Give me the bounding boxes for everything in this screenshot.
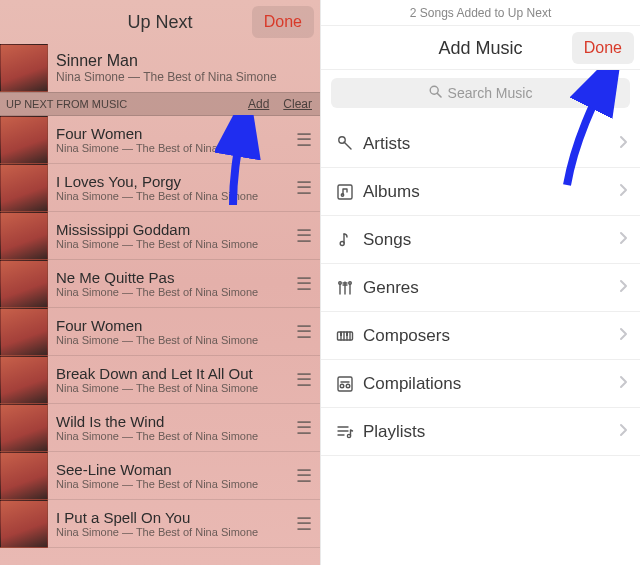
compilation-icon bbox=[335, 374, 363, 394]
category-label: Songs bbox=[363, 230, 619, 250]
search-icon bbox=[429, 85, 442, 101]
category-label: Artists bbox=[363, 134, 619, 154]
track-title: Break Down and Let It All Out bbox=[56, 365, 286, 382]
category-label: Playlists bbox=[363, 422, 619, 442]
svg-rect-18 bbox=[346, 332, 348, 336]
album-art bbox=[0, 452, 48, 500]
album-art bbox=[0, 356, 48, 404]
album-art bbox=[0, 164, 48, 212]
svg-point-6 bbox=[340, 241, 344, 245]
svg-rect-4 bbox=[338, 185, 352, 199]
category-label: Albums bbox=[363, 182, 619, 202]
now-playing-row[interactable]: Sinner Man Nina Simone — The Best of Nin… bbox=[0, 44, 320, 92]
queue-row[interactable]: See-Line WomanNina Simone — The Best of … bbox=[0, 452, 320, 500]
queue-row[interactable]: Ne Me Quitte PasNina Simone — The Best o… bbox=[0, 260, 320, 308]
track-subtitle: Nina Simone — The Best of Nina Simone bbox=[56, 430, 286, 442]
search-input[interactable]: Search Music bbox=[331, 78, 630, 108]
queue-row[interactable]: Break Down and Let It All OutNina Simone… bbox=[0, 356, 320, 404]
chevron-right-icon bbox=[619, 422, 628, 442]
up-next-panel: Up Next Done Sinner Man Nina Simone — Th… bbox=[0, 0, 320, 565]
album-art bbox=[0, 44, 48, 92]
svg-line-3 bbox=[344, 142, 351, 149]
playlist-icon bbox=[335, 422, 363, 442]
add-music-header: Add Music Done bbox=[321, 26, 640, 70]
search-placeholder: Search Music bbox=[448, 85, 533, 101]
track-title: See-Line Woman bbox=[56, 461, 286, 478]
svg-point-11 bbox=[349, 281, 352, 284]
svg-point-20 bbox=[340, 384, 344, 388]
add-link[interactable]: Add bbox=[248, 97, 269, 111]
reorder-handle-icon[interactable]: ☰ bbox=[286, 177, 320, 199]
queue-row[interactable]: Wild Is the WindNina Simone — The Best o… bbox=[0, 404, 320, 452]
album-icon bbox=[335, 182, 363, 202]
album-art bbox=[0, 212, 48, 260]
category-label: Composers bbox=[363, 326, 619, 346]
chevron-right-icon bbox=[619, 134, 628, 154]
category-label: Compilations bbox=[363, 374, 619, 394]
category-row-composers[interactable]: Composers bbox=[321, 312, 640, 360]
chevron-right-icon bbox=[619, 326, 628, 346]
category-row-playlists[interactable]: Playlists bbox=[321, 408, 640, 456]
reorder-handle-icon[interactable]: ☰ bbox=[286, 369, 320, 391]
up-next-title: Up Next bbox=[127, 12, 192, 32]
add-music-title: Add Music bbox=[438, 38, 522, 58]
reorder-handle-icon[interactable]: ☰ bbox=[286, 465, 320, 487]
queue-section-header: UP NEXT FROM MUSIC Add Clear bbox=[0, 92, 320, 116]
up-next-header: Up Next Done bbox=[0, 0, 320, 44]
album-art bbox=[0, 308, 48, 356]
category-row-artists[interactable]: Artists bbox=[321, 120, 640, 168]
keyboard-icon bbox=[335, 326, 363, 346]
track-subtitle: Nina Simone — The Best of Nina Simone bbox=[56, 190, 286, 202]
queue-row[interactable]: Four WomenNina Simone — The Best of Nina… bbox=[0, 308, 320, 356]
reorder-handle-icon[interactable]: ☰ bbox=[286, 321, 320, 343]
track-subtitle: Nina Simone — The Best of Nina Simone bbox=[56, 382, 286, 394]
category-row-compilations[interactable]: Compilations bbox=[321, 360, 640, 408]
category-row-genres[interactable]: Genres bbox=[321, 264, 640, 312]
track-title: Mississippi Goddam bbox=[56, 221, 286, 238]
track-title: Wild Is the Wind bbox=[56, 413, 286, 430]
now-playing-title: Sinner Man bbox=[56, 52, 277, 70]
done-button[interactable]: Done bbox=[252, 6, 314, 38]
category-row-songs[interactable]: Songs bbox=[321, 216, 640, 264]
album-art bbox=[0, 500, 48, 548]
category-row-albums[interactable]: Albums bbox=[321, 168, 640, 216]
track-title: I Loves You, Porgy bbox=[56, 173, 286, 190]
add-music-panel: 2 Songs Added to Up Next Add Music Done … bbox=[320, 0, 640, 565]
track-title: Four Women bbox=[56, 125, 286, 142]
svg-rect-17 bbox=[340, 332, 342, 336]
queue-row[interactable]: I Put a Spell On YouNina Simone — The Be… bbox=[0, 500, 320, 548]
album-art bbox=[0, 116, 48, 164]
clear-link[interactable]: Clear bbox=[283, 97, 312, 111]
chevron-right-icon bbox=[619, 278, 628, 298]
svg-line-1 bbox=[437, 93, 441, 97]
status-bar: 2 Songs Added to Up Next bbox=[321, 0, 640, 26]
queue-list: Four WomenNina Simone — The Best of Nina… bbox=[0, 116, 320, 548]
reorder-handle-icon[interactable]: ☰ bbox=[286, 225, 320, 247]
track-subtitle: Nina Simone — The Best of Nina Simone bbox=[56, 526, 286, 538]
track-title: Four Women bbox=[56, 317, 286, 334]
now-playing-subtitle: Nina Simone — The Best of Nina Simone bbox=[56, 70, 277, 84]
reorder-handle-icon[interactable]: ☰ bbox=[286, 273, 320, 295]
svg-rect-19 bbox=[338, 377, 352, 391]
queue-row[interactable]: Four WomenNina Simone — The Best of Nina… bbox=[0, 116, 320, 164]
reorder-handle-icon[interactable]: ☰ bbox=[286, 513, 320, 535]
album-art bbox=[0, 260, 48, 308]
track-title: Ne Me Quitte Pas bbox=[56, 269, 286, 286]
note-icon bbox=[335, 230, 363, 250]
mic-icon bbox=[335, 134, 363, 154]
chevron-right-icon bbox=[619, 230, 628, 250]
track-subtitle: Nina Simone — The Best of Nina Simone bbox=[56, 286, 286, 298]
category-list: ArtistsAlbumsSongsGenresComposersCompila… bbox=[321, 120, 640, 456]
reorder-handle-icon[interactable]: ☰ bbox=[286, 129, 320, 151]
chevron-right-icon bbox=[619, 374, 628, 394]
queue-row[interactable]: Mississippi GoddamNina Simone — The Best… bbox=[0, 212, 320, 260]
track-title: I Put a Spell On You bbox=[56, 509, 286, 526]
track-subtitle: Nina Simone — The Best of Nina Simone bbox=[56, 334, 286, 346]
svg-point-8 bbox=[339, 281, 342, 284]
done-button[interactable]: Done bbox=[572, 32, 634, 64]
track-subtitle: Nina Simone — The Best of Nina Simone bbox=[56, 238, 286, 250]
guitar-icon bbox=[335, 278, 363, 298]
reorder-handle-icon[interactable]: ☰ bbox=[286, 417, 320, 439]
queue-row[interactable]: I Loves You, PorgyNina Simone — The Best… bbox=[0, 164, 320, 212]
album-art bbox=[0, 404, 48, 452]
